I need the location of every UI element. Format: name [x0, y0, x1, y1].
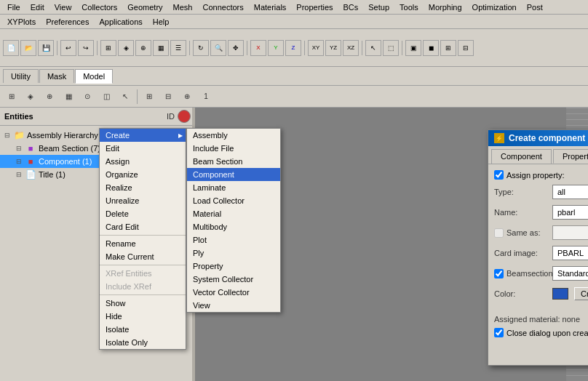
menu-preferences[interactable]: Preferences: [41, 16, 93, 28]
menu-file[interactable]: File: [3, 1, 25, 13]
submenu-component[interactable]: Component: [187, 168, 280, 181]
toolbar-shade[interactable]: ◼: [423, 40, 439, 56]
menu-xyplots[interactable]: XYPlots: [3, 16, 40, 28]
ctx-item-assign[interactable]: Assign: [100, 155, 186, 168]
expand-icon-title[interactable]: ⊟: [15, 170, 23, 179]
submenu-view[interactable]: View: [187, 299, 280, 312]
expand-icon-assembly[interactable]: ⊟: [3, 131, 12, 140]
ctx-item-unrealize[interactable]: Unrealize: [100, 194, 186, 207]
toolbar-axis-y[interactable]: Y: [268, 40, 284, 56]
ctx-item-realize[interactable]: Realize: [100, 181, 186, 194]
toolbar-axis-z[interactable]: Z: [285, 40, 301, 56]
menu-applications[interactable]: Applications: [95, 16, 146, 28]
toolbar-view3[interactable]: XZ: [343, 40, 359, 56]
menu-setup[interactable]: Setup: [364, 1, 394, 13]
color-swatch[interactable]: [552, 288, 568, 300]
toolbar-pan[interactable]: ✥: [228, 40, 244, 56]
icon-btn-9[interactable]: ⊟: [159, 88, 177, 105]
menu-mesh[interactable]: Mesh: [169, 1, 197, 13]
toolbar-btn6[interactable]: ▦: [153, 40, 169, 56]
ctx-item-delete[interactable]: Delete: [100, 207, 186, 220]
ctx-item-hide[interactable]: Hide: [100, 310, 186, 323]
beamsection-select[interactable]: Standard I: [552, 266, 588, 281]
toolbar-undo[interactable]: ↩: [60, 40, 76, 56]
submenu-load-collector[interactable]: Load Collector: [187, 194, 280, 207]
icon-btn-8[interactable]: ⊞: [140, 88, 158, 105]
toolbar-minus[interactable]: ⊟: [458, 40, 474, 56]
toolbar-axis-x[interactable]: X: [250, 40, 266, 56]
ctx-item-organize[interactable]: Organize: [100, 168, 186, 181]
beamsection-checkbox[interactable]: [494, 269, 504, 278]
card-image-select[interactable]: PBARL: [552, 246, 588, 260]
submenu-beam-section[interactable]: Beam Section: [187, 155, 280, 168]
tab-property[interactable]: Property: [553, 149, 588, 164]
icon-btn-7[interactable]: ↖: [116, 88, 134, 105]
close-dialog-checkbox[interactable]: [494, 328, 504, 337]
icon-btn-1[interactable]: ⊞: [3, 88, 20, 105]
tab-utility[interactable]: Utility: [3, 69, 39, 83]
submenu-property[interactable]: Property: [187, 260, 280, 273]
toolbar-new[interactable]: 📄: [3, 40, 19, 56]
menu-optimization[interactable]: Optimization: [468, 1, 521, 13]
ctx-item-rename[interactable]: Rename: [100, 237, 186, 250]
toolbar-view2[interactable]: YZ: [325, 40, 341, 56]
ctx-item-edit[interactable]: Edit: [100, 142, 186, 155]
toolbar-rotate[interactable]: ↻: [193, 40, 209, 56]
toolbar-plus[interactable]: ⊞: [440, 40, 456, 56]
menu-properties[interactable]: Properties: [292, 1, 337, 13]
ctx-item-card-edit[interactable]: Card Edit: [100, 220, 186, 233]
submenu-assembly[interactable]: Assembly: [187, 129, 280, 142]
tab-mask[interactable]: Mask: [39, 69, 74, 83]
tab-model[interactable]: Model: [75, 69, 113, 84]
assign-property-checkbox[interactable]: [494, 170, 504, 180]
toolbar-view1[interactable]: XY: [308, 40, 324, 56]
toolbar-btn7[interactable]: ☰: [170, 40, 186, 56]
icon-btn-3[interactable]: ⊕: [41, 88, 58, 105]
menu-materials[interactable]: Materials: [250, 1, 291, 13]
submenu-plot[interactable]: Plot: [187, 233, 280, 246]
create-property-btn[interactable]: Create property: [574, 287, 588, 300]
icon-btn-4[interactable]: ▦: [60, 88, 77, 105]
submenu-material[interactable]: Material: [187, 207, 280, 220]
toolbar-wire[interactable]: ▣: [405, 40, 421, 56]
menu-morphing[interactable]: Morphing: [424, 1, 466, 13]
icon-btn-10[interactable]: ⊕: [178, 88, 196, 105]
icon-btn-2[interactable]: ◈: [22, 88, 39, 105]
toolbar-save[interactable]: 💾: [38, 40, 54, 56]
ctx-item-isolate[interactable]: Isolate: [100, 323, 186, 336]
menu-post[interactable]: Post: [523, 1, 547, 13]
expand-icon-component[interactable]: ⊟: [15, 157, 23, 166]
ctx-item-show[interactable]: Show: [100, 297, 186, 310]
submenu-ply[interactable]: Ply: [187, 246, 280, 260]
menu-edit[interactable]: Edit: [26, 1, 49, 13]
color-picker-btn[interactable]: [178, 110, 191, 123]
submenu-include-file[interactable]: Include File: [187, 142, 280, 155]
icon-btn-6[interactable]: ◫: [98, 88, 115, 105]
icon-btn-5[interactable]: ⊙: [79, 88, 96, 105]
icon-btn-11[interactable]: 1: [197, 88, 215, 105]
menu-connectors[interactable]: Connectors: [198, 1, 247, 13]
ctx-item-make-current[interactable]: Make Current: [100, 250, 186, 263]
expand-icon-beam[interactable]: ⊟: [15, 144, 23, 153]
submenu-system-collector[interactable]: System Collector: [187, 273, 280, 286]
menu-bcs[interactable]: BCs: [339, 1, 363, 13]
tab-component[interactable]: Component: [491, 149, 552, 164]
toolbar-btn4[interactable]: ◈: [118, 40, 134, 56]
menu-tools[interactable]: Tools: [395, 1, 423, 13]
toolbar-zoom[interactable]: 🔍: [210, 40, 226, 56]
menu-help[interactable]: Help: [148, 16, 174, 28]
menu-view[interactable]: View: [50, 1, 76, 13]
submenu-vector-collector[interactable]: Vector Collector: [187, 286, 280, 299]
toolbar-redo[interactable]: ↪: [78, 40, 94, 56]
toolbar-btn5[interactable]: ⊕: [135, 40, 151, 56]
toolbar-select[interactable]: ⬚: [383, 40, 399, 56]
toolbar-cursor[interactable]: ↖: [365, 40, 381, 56]
submenu-laminate[interactable]: Laminate: [187, 181, 280, 194]
ctx-item-create[interactable]: Create: [100, 129, 186, 142]
menu-geometry[interactable]: Geometry: [123, 1, 167, 13]
toolbar-btn3[interactable]: ⊞: [100, 40, 116, 56]
name-select[interactable]: pbarl: [552, 205, 588, 220]
menu-collectors[interactable]: Collectors: [77, 1, 122, 13]
submenu-multibody[interactable]: Multibody: [187, 220, 280, 233]
type-select[interactable]: all: [552, 185, 588, 199]
